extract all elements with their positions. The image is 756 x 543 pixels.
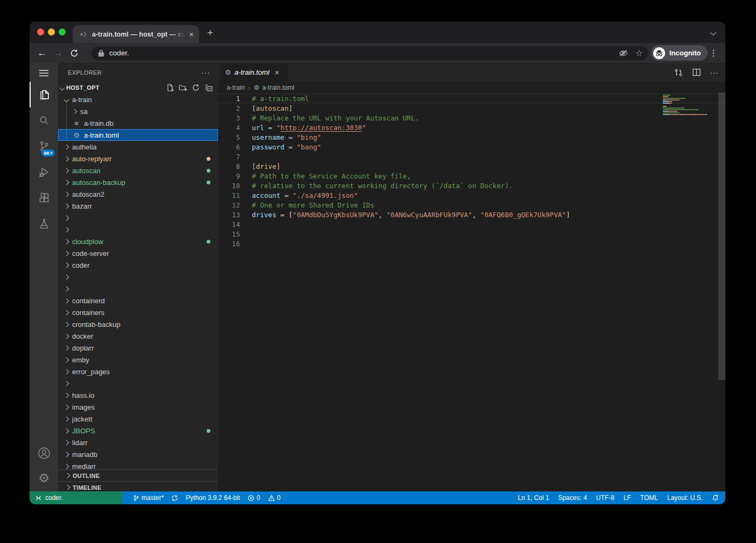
tree-item-mediarr[interactable]: mediarr [58,460,218,469]
tree-item-cloudplow[interactable]: cloudplow [58,235,218,247]
tree-item[interactable] [58,377,218,389]
tree-item-sa[interactable]: sa [58,105,218,117]
sync-status[interactable] [171,495,178,502]
keyboard-layout[interactable]: Layout: U.S. [667,494,703,502]
tree-item-emby[interactable]: emby [58,354,218,366]
minimap[interactable] [661,94,718,491]
tree-item-auto-replyarr[interactable]: auto-replyarr [58,153,218,165]
eol[interactable]: LF [624,494,631,502]
bell-icon [712,494,719,502]
tree-item-hass.io[interactable]: hass.io [58,389,218,401]
tree-item-autoscan-backup[interactable]: autoscan-backup [58,176,218,188]
editor-surface[interactable]: 1# a-train.toml2[autoscan]3# Replace the… [218,94,725,491]
window-minimize-button[interactable] [48,28,55,35]
window-zoom-button[interactable] [59,28,66,35]
chevron-right-icon [64,156,69,161]
tree-item-coder[interactable]: coder [58,259,218,271]
code-text: # One or more Shared Drive IDs [252,201,374,209]
url-text[interactable]: coder. [109,49,611,57]
tree-item-containers[interactable]: containers [58,306,218,318]
tree-item-images[interactable]: images [58,401,218,413]
tree-item[interactable] [58,212,218,224]
tree-item-bazarr[interactable]: bazarr [58,200,218,212]
python-interpreter[interactable]: Python 3.9.2 64-bit [186,494,240,502]
tree-item-containerd[interactable]: containerd [58,295,218,306]
window-close-button[interactable] [37,28,44,35]
tree-item[interactable] [58,271,218,283]
tree-item-a-train[interactable]: a-train [58,94,218,105]
tree-item-autoscan2[interactable]: autoscan2 [58,188,218,200]
bookmark-star-icon[interactable]: ☆ [635,48,643,58]
problems-errors[interactable]: 0 [248,494,260,502]
activity-testing-icon[interactable] [30,211,58,237]
new-folder-icon[interactable] [179,83,187,92]
tree-item-label: jackett [72,415,93,423]
menu-hamburger-icon[interactable] [39,70,48,78]
tree-item-docker[interactable]: docker [58,330,218,342]
breadcrumb-file[interactable]: a-train.toml [262,84,294,91]
split-editor-icon[interactable] [692,68,701,77]
editor-scrollbar[interactable] [718,92,725,380]
tree-item-lidarr[interactable]: lidarr [58,437,218,448]
timeline-section[interactable]: TIMELINE [58,481,218,491]
tree-item-a-train.toml[interactable]: ⚙a-train.toml [58,129,218,141]
tree-item-crontab-backup[interactable]: crontab-backup [58,318,218,330]
open-changes-icon[interactable] [674,68,683,77]
tree-item-authelia[interactable]: authelia [58,141,218,153]
breadcrumb-folder[interactable]: a-train [227,84,245,91]
tree-item-doplarr[interactable]: doplarr [58,342,218,354]
tab-close-icon[interactable]: × [275,68,279,77]
tab-search-chevron-icon[interactable] [710,30,716,35]
tree-item[interactable] [58,283,218,295]
collapse-all-icon[interactable] [204,83,213,92]
problems-warnings[interactable]: 0 [268,494,281,502]
section-header-host-opt[interactable]: HOST_OPT [58,82,218,94]
account-icon[interactable] [30,440,58,466]
back-button[interactable]: ← [34,48,50,59]
indentation[interactable]: Spaces: 4 [558,494,587,502]
eye-blocked-icon[interactable] [619,49,628,57]
activity-run-debug-icon[interactable] [30,159,58,185]
new-file-icon[interactable] [166,83,174,92]
git-branch-status[interactable]: master* [133,494,164,502]
language-mode[interactable]: TOML [640,494,658,502]
address-bar[interactable]: coder. ☆ [91,46,648,60]
vscode-workbench: 9K+ ⚙ EXPLORER ··· [30,63,725,504]
tree-item[interactable] [58,224,218,235]
reload-button[interactable] [66,49,82,58]
notifications-bell[interactable] [712,494,719,502]
gear-file-icon: ⚙ [73,131,80,139]
encoding[interactable]: UTF-8 [596,494,614,502]
tree-item-error_pages[interactable]: error_pages [58,366,218,377]
tree-item-autoscan[interactable]: autoscan [58,165,218,176]
editor-more-actions-icon[interactable]: ··· [710,68,719,77]
explorer-more-actions-icon[interactable]: ··· [201,68,210,77]
cursor-position[interactable]: Ln 1, Col 1 [518,494,549,502]
editor-tab-a-train-toml[interactable]: ⚙ a-train.toml × [220,63,288,82]
refresh-icon[interactable] [192,83,200,92]
tree-item-mariadb[interactable]: mariadb [58,448,218,460]
tree-item-JBOPS[interactable]: JBOPS [58,425,218,437]
tree-item-label: mariadb [72,451,97,459]
settings-gear-icon[interactable]: ⚙ [30,465,58,491]
tab-close-icon[interactable]: × [189,30,194,38]
activity-search-icon[interactable] [30,108,58,133]
activity-extensions-icon[interactable] [30,185,58,211]
line-number: 9 [218,172,240,180]
tree-item-label: hass.io [72,391,94,399]
remote-indicator[interactable]: coder. [30,491,123,504]
tree-item-a-train.db[interactable]: ≡a-train.db [58,117,218,129]
browser-menu-icon[interactable]: ⋮ [709,48,718,58]
tree-item-code-server[interactable]: code-server [58,247,218,259]
activity-explorer-icon[interactable] [30,82,58,108]
tree-item-label: images [72,403,95,411]
remote-icon [35,495,42,502]
tree-item-jackett[interactable]: jackett [58,413,218,425]
browser-tab[interactable]: a-train.toml — host_opt — cod × [73,25,199,43]
chevron-right-icon [64,191,69,197]
forward-button[interactable]: → [50,48,66,59]
chevron-right-icon [64,404,69,410]
outline-section[interactable]: OUTLINE [58,469,218,481]
activity-source-control-icon[interactable]: 9K+ [30,133,58,159]
new-tab-button[interactable]: + [207,27,213,39]
